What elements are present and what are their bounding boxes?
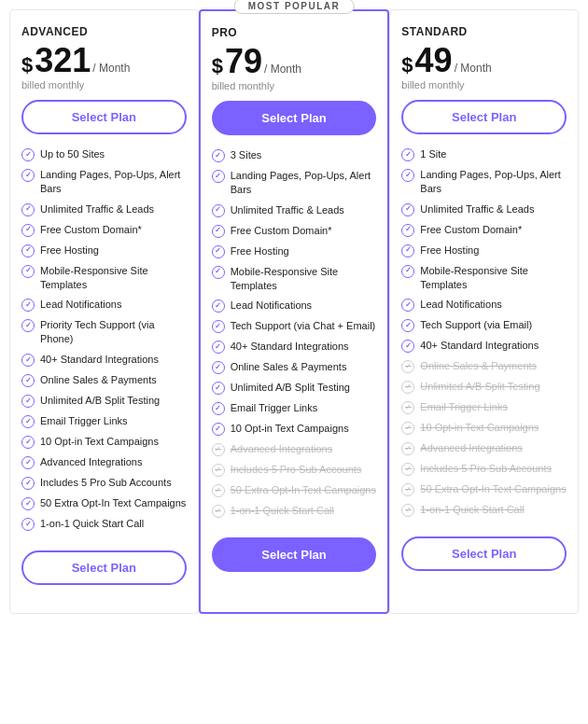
feature-text: Lead Notifications [40, 298, 187, 312]
feature-item: 50 Extra Opt-In Text Campaigns [212, 483, 377, 497]
check-circle-icon [212, 204, 225, 217]
select-btn-bottom-standard[interactable]: Select Plan [401, 536, 567, 571]
select-btn-bottom-advanced[interactable]: Select Plan [21, 550, 187, 585]
feature-item: Free Hosting [401, 244, 567, 258]
feature-item: Email Trigger Links [401, 400, 567, 414]
feature-text: Landing Pages, Pop-Ups, Alert Bars [231, 169, 377, 197]
plans-container: ADVANCED$321/ Monthbilled monthlySelect … [9, 9, 579, 614]
feature-item: Free Hosting [21, 244, 187, 258]
check-circle-icon [21, 203, 35, 216]
feature-text: Free Custom Domain* [420, 223, 567, 237]
feature-text: 1-on-1 Quick Start Call [420, 503, 567, 517]
feature-text: Free Hosting [40, 244, 187, 258]
check-circle-icon [401, 483, 414, 496]
feature-item: Lead Notifications [212, 299, 377, 313]
check-circle-icon [401, 148, 414, 161]
check-circle-icon [212, 341, 225, 354]
feature-item: Priority Tech Support (via Phone) [21, 318, 187, 346]
feature-text: 10 Opt-in Text Campaigns [40, 435, 187, 449]
check-circle-icon [212, 382, 225, 395]
feature-text: Landing Pages, Pop-Ups, Alert Bars [40, 168, 187, 196]
check-circle-icon [21, 224, 35, 237]
plan-price-standard: 49 [415, 44, 453, 77]
check-circle-icon [401, 203, 414, 216]
feature-text: Unlimited Traffic & Leads [420, 202, 567, 216]
feature-item: Unlimited A/B Split Testing [401, 380, 567, 394]
feature-item: Unlimited Traffic & Leads [212, 203, 377, 217]
feature-text: Free Hosting [420, 244, 567, 258]
feature-text: Online Sales & Payments [231, 360, 377, 374]
feature-text: 50 Extra Opt-In Text Campaigns [231, 483, 377, 497]
feature-text: Advanced Integrations [40, 455, 187, 469]
feature-text: Mobile-Responsive Site Templates [231, 265, 377, 293]
feature-text: Tech Support (via Chat + Email) [231, 319, 377, 333]
feature-text: 40+ Standard Integrations [40, 353, 187, 367]
feature-text: 1-on-1 Quick Start Call [40, 517, 187, 531]
check-circle-icon [21, 497, 35, 510]
plan-card-pro: MOST POPULARPRO$79/ Monthbilled monthlyS… [199, 9, 390, 614]
plan-card-standard: STANDARD$49/ Monthbilled monthlySelect P… [389, 9, 579, 614]
feature-item: Unlimited A/B Split Testing [212, 381, 377, 395]
check-circle-icon [212, 464, 225, 477]
feature-text: Advanced Integrations [420, 441, 567, 455]
feature-text: 1 Site [420, 147, 567, 161]
plan-price-row-pro: $79/ Month [212, 45, 377, 78]
feature-item: Online Sales & Payments [401, 359, 567, 373]
check-circle-icon [401, 360, 414, 373]
feature-text: Mobile-Responsive Site Templates [40, 264, 187, 292]
plan-card-advanced: ADVANCED$321/ Monthbilled monthlySelect … [9, 9, 199, 614]
feature-text: Unlimited A/B Split Testing [420, 380, 567, 394]
feature-text: 40+ Standard Integrations [231, 340, 377, 354]
check-circle-icon [212, 266, 225, 279]
feature-text: Includes 5 Pro Sub Accounts [420, 462, 567, 476]
plan-billing-standard: billed monthly [401, 79, 567, 90]
feature-item: Unlimited A/B Split Testing [21, 394, 187, 408]
check-circle-icon [212, 361, 225, 374]
check-circle-icon [21, 374, 35, 387]
select-btn-bottom-pro[interactable]: Select Plan [212, 537, 377, 572]
plan-dollar-advanced: $ [21, 53, 33, 77]
feature-item: Advanced Integrations [21, 455, 187, 469]
feature-text: Landing Pages, Pop-Ups, Alert Bars [420, 168, 567, 196]
feature-text: Free Custom Domain* [231, 224, 377, 238]
feature-item: Lead Notifications [21, 298, 187, 312]
check-circle-icon [401, 422, 414, 435]
check-circle-icon [21, 477, 35, 490]
feature-item: 10 Opt-in Text Campaigns [212, 422, 377, 436]
plan-price-advanced: 321 [35, 44, 91, 77]
feature-text: Priority Tech Support (via Phone) [40, 318, 187, 346]
feature-text: Online Sales & Payments [40, 373, 187, 387]
check-circle-icon [401, 463, 414, 476]
check-circle-icon [21, 436, 35, 449]
feature-text: 3 Sites [231, 148, 377, 162]
feature-text: Includes 5 Pro Sub Accounts [40, 476, 187, 490]
feature-item: Email Trigger Links [21, 414, 187, 428]
check-circle-icon [21, 148, 35, 161]
feature-text: Email Trigger Links [420, 400, 567, 414]
features-list-advanced: Up to 50 SitesLanding Pages, Pop-Ups, Al… [21, 147, 187, 531]
feature-item: Free Custom Domain* [21, 223, 187, 237]
feature-item: 50 Extra Opt-In Text Campaigns [21, 496, 187, 510]
feature-text: Unlimited Traffic & Leads [231, 203, 377, 217]
feature-text: Unlimited Traffic & Leads [40, 202, 187, 216]
plan-period-standard: / Month [455, 62, 492, 75]
feature-item: Free Custom Domain* [401, 223, 567, 237]
feature-text: Lead Notifications [231, 299, 377, 313]
check-circle-icon [212, 423, 225, 436]
check-circle-icon [401, 169, 414, 182]
check-circle-icon [212, 225, 225, 238]
select-btn-top-pro[interactable]: Select Plan [212, 101, 377, 135]
feature-item: Free Hosting [212, 244, 377, 258]
feature-item: Lead Notifications [401, 298, 567, 312]
feature-item: Tech Support (via Chat + Email) [212, 319, 377, 333]
feature-item: 10 Opt-in Text Campaigns [401, 421, 567, 435]
check-circle-icon [401, 265, 414, 278]
feature-item: Tech Support (via Email) [401, 318, 567, 332]
select-btn-top-advanced[interactable]: Select Plan [21, 100, 187, 134]
feature-item: Advanced Integrations [212, 442, 377, 456]
feature-text: Online Sales & Payments [420, 359, 567, 373]
plan-name-pro: PRO [212, 26, 377, 39]
select-btn-top-standard[interactable]: Select Plan [401, 100, 567, 134]
feature-item: 50 Extra Opt-In Text Campaigns [401, 482, 567, 496]
feature-item: Landing Pages, Pop-Ups, Alert Bars [21, 168, 187, 196]
